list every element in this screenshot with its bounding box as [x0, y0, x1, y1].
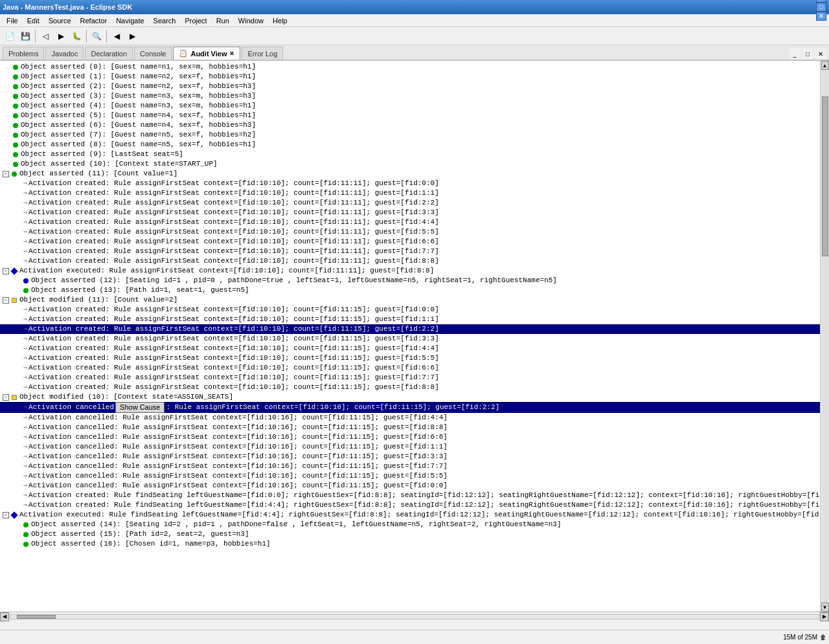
log-line: ⇒Activation cancelled: Rule assignFirstS… [0, 481, 820, 491]
menu-project[interactable]: Project [181, 16, 210, 25]
tab-audit-close[interactable]: ✕ [229, 50, 234, 57]
toolbar-debug[interactable]: 🐛 [69, 29, 84, 43]
log-line: ⇒Activation created: Rule assignFirstSea… [0, 247, 820, 256]
log-text: Object asserted (5): [Guest name=n4, sex… [21, 111, 256, 120]
collapse-icon[interactable]: − [3, 268, 9, 274]
log-line: ⇒Activation created: Rule assignFirstSea… [0, 324, 820, 334]
dot-blue-icon [23, 278, 28, 283]
log-line: −Object modified (11): [Count value=2] [0, 295, 820, 305]
arrow-icon: ⇒ [23, 363, 27, 373]
log-line: Object asserted (0): [Guest name=n1, sex… [0, 62, 820, 72]
log-text: Activation created: Rule assignFirstSeat… [28, 237, 439, 247]
log-line: Object asserted (6): [Guest name=n4, sex… [0, 120, 820, 130]
log-line: ⇒Activation created: Rule assignFirstSea… [0, 237, 820, 247]
menu-run[interactable]: Run [212, 16, 233, 25]
tab-toolbar-maximize[interactable]: □ [802, 48, 813, 60]
log-line: Object asserted (4): [Guest name=n3, sex… [0, 101, 820, 111]
v-scrollbar[interactable]: ▲ ▼ [820, 61, 829, 612]
log-text-before: Activation cancelled [28, 403, 114, 412]
scroll-up-button[interactable]: ▲ [821, 61, 829, 70]
arrow-icon: ⇒ [23, 324, 27, 334]
log-text: Activation created: Rule assignFirstSeat… [28, 353, 439, 363]
log-line: ⇒Activation cancelled: Rule assignFirstS… [0, 413, 820, 423]
log-text: Activation cancelled: Rule assignFirstSe… [28, 452, 448, 461]
scroll-right-button[interactable]: ▶ [820, 612, 829, 621]
log-line: ⇒Activation created: Rule assignFirstSea… [0, 179, 820, 188]
log-text: Activation created: Rule findSeating lef… [28, 491, 829, 500]
menu-navigate[interactable]: Navigate [112, 16, 148, 25]
audit-view-panel[interactable]: Object asserted (0): [Guest name=n1, sex… [0, 61, 829, 612]
scroll-track-h[interactable] [10, 614, 819, 619]
tab-javadoc[interactable]: Javadoc [45, 47, 84, 60]
log-text: Object asserted (12): [Seating id=1 , pi… [31, 276, 557, 285]
menu-search[interactable]: Search [150, 16, 180, 25]
log-line: Object asserted (9): [LastSeat seat=5] [0, 150, 820, 159]
arrow-icon: ⇒ [23, 227, 27, 237]
log-line: −Activation executed: Rule findSeating l… [0, 510, 820, 520]
toolbar-search[interactable]: 🔍 [89, 29, 104, 43]
log-text: Activation cancelled: Rule assignFirstSe… [28, 413, 448, 423]
close-button[interactable]: ✕ [816, 12, 826, 21]
log-line: Object asserted (10): [Context state=STA… [0, 159, 820, 169]
arrow-icon: ⇒ [23, 188, 27, 198]
log-line: Object asserted (2): [Guest name=n2, sex… [0, 82, 820, 91]
log-text: Object asserted (16): [Chosen id=1, name… [31, 539, 271, 549]
scroll-thumb-h [17, 615, 56, 619]
tab-error-log[interactable]: Error Log [242, 47, 283, 60]
collapse-icon[interactable]: − [3, 297, 9, 304]
h-scrollbar[interactable]: ◀ ▶ [0, 612, 829, 621]
scroll-left-button[interactable]: ◀ [0, 612, 9, 621]
log-line: ⇒Activation cancelled: Rule assignFirstS… [0, 461, 820, 471]
toolbar-back[interactable]: ◁ [38, 29, 52, 43]
log-line: ⇒Activation cancelled: Rule assignFirstS… [0, 432, 820, 442]
toolbar-prev[interactable]: ◀ [109, 29, 124, 43]
tab-declaration[interactable]: Declaration [85, 47, 133, 60]
dot-green-icon [13, 152, 18, 157]
toolbar-separator-1 [35, 30, 36, 43]
arrow-icon: ⇒ [23, 461, 27, 471]
toolbar-run[interactable]: ▶ [54, 29, 68, 43]
collapse-icon[interactable]: − [3, 394, 9, 401]
log-text: Activation created: Rule assignFirstSeat… [28, 217, 439, 227]
maximize-button[interactable]: □ [816, 3, 826, 12]
tab-problems[interactable]: Problems [3, 47, 44, 60]
tab-toolbar-minimize[interactable]: _ [789, 48, 801, 60]
scroll-down-button[interactable]: ▼ [821, 603, 829, 612]
log-text: Activation created: Rule assignFirstSeat… [28, 227, 439, 237]
arrow-icon: ⇒ [23, 305, 27, 315]
tab-console[interactable]: Console [134, 47, 172, 60]
square-yellow-icon [12, 298, 17, 303]
menu-edit[interactable]: Edit [23, 16, 43, 25]
menu-window[interactable]: Window [234, 16, 267, 25]
menu-refactor[interactable]: Refactor [76, 16, 111, 25]
tab-audit-view[interactable]: 📋 Audit View ✕ [173, 47, 240, 60]
gc-icon[interactable]: 🗑 [820, 634, 826, 641]
collapse-icon[interactable]: − [3, 512, 9, 518]
log-text: Activation cancelled: Rule assignFirstSe… [28, 432, 448, 442]
arrow-icon: ⇒ [23, 373, 27, 383]
toolbar-save[interactable]: 💾 [18, 29, 32, 43]
arrow-icon: ⇒ [23, 491, 27, 500]
dot-green-icon [23, 522, 28, 527]
scroll-track-v[interactable] [821, 70, 829, 603]
toolbar-new[interactable]: 📄 [3, 29, 17, 43]
log-line: Object asserted (3): [Guest name=n3, sex… [0, 91, 820, 101]
arrow-icon: ⇒ [23, 256, 27, 266]
menu-help[interactable]: Help [269, 16, 291, 25]
log-text: Object asserted (6): [Guest name=n4, sex… [21, 120, 256, 130]
window-title: Java - MannersTest.java - Eclipse SDK [3, 3, 132, 11]
dot-green-icon [13, 162, 18, 167]
tab-toolbar-close[interactable]: ✕ [815, 48, 826, 60]
menu-source[interactable]: Source [45, 16, 75, 25]
log-text: Activation created: Rule assignFirstSeat… [28, 256, 439, 266]
log-line: ⇒Activation cancelled: Rule assignFirstS… [0, 423, 820, 432]
toolbar-next[interactable]: ▶ [125, 29, 139, 43]
tab-audit-label: Audit View [190, 50, 227, 58]
collapse-icon[interactable]: − [3, 171, 9, 177]
menu-file[interactable]: File [3, 16, 22, 25]
log-line: ⇒Activation created: Rule findSeating le… [0, 491, 820, 500]
log-text: Object asserted (10): [Context state=STA… [21, 159, 218, 169]
arrow-icon: ⇒ [23, 500, 27, 510]
show-cause-button[interactable]: Show Cause [115, 402, 165, 413]
log-text: Activation cancelled: Rule assignFirstSe… [28, 423, 448, 432]
